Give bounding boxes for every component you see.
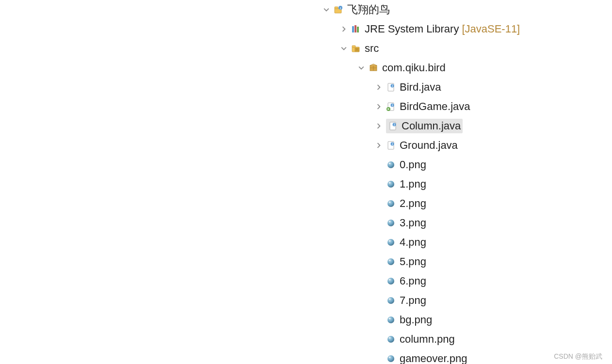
jre-version: [JavaSE-11]	[462, 23, 520, 35]
png-files-group: 0.png 1.png 2.png 3.png	[0, 155, 612, 364]
file-label: 5.png	[400, 255, 426, 268]
library-icon	[351, 24, 361, 34]
image-file-icon	[386, 354, 396, 364]
java-file-icon: J	[388, 121, 398, 131]
svg-rect-5	[354, 25, 356, 32]
chevron-right-icon[interactable]	[374, 141, 383, 150]
tree-item-image-file[interactable]: 6.png	[0, 271, 612, 291]
package-label: com.qiku.bird	[382, 62, 446, 74]
image-file-icon	[386, 334, 396, 344]
tree-item-image-file[interactable]: 5.png	[0, 252, 612, 271]
tree-item-image-file[interactable]: 2.png	[0, 194, 612, 213]
java-project-icon: J	[334, 5, 343, 15]
chevron-right-icon[interactable]	[374, 122, 383, 130]
svg-point-40	[387, 278, 394, 285]
tree-item-java-file[interactable]: J BirdGame.java	[0, 97, 612, 116]
svg-point-46	[387, 336, 394, 343]
chevron-right-icon[interactable]	[374, 102, 383, 111]
java-file-icon: J	[386, 141, 396, 150]
svg-point-47	[389, 337, 391, 339]
svg-rect-4	[352, 26, 354, 32]
tree-item-image-file[interactable]: 1.png	[0, 174, 612, 194]
tree-item-image-file[interactable]: column.png	[0, 330, 612, 349]
source-folder-icon	[351, 44, 361, 53]
svg-point-33	[389, 202, 391, 203]
tree-item-image-file[interactable]: bg.png	[0, 310, 612, 330]
svg-point-49	[389, 357, 391, 358]
java-files-group: J Bird.java J BirdGame.java J Column.jav…	[0, 78, 612, 155]
svg-point-39	[389, 260, 391, 261]
svg-point-28	[387, 161, 394, 168]
watermark: CSDN @熊贻武	[554, 352, 602, 361]
file-label: gameover.png	[400, 352, 467, 364]
svg-point-43	[389, 299, 391, 300]
svg-point-32	[387, 200, 394, 207]
tree-item-java-file[interactable]: J Ground.java	[0, 136, 612, 155]
svg-point-45	[389, 318, 391, 319]
chevron-down-icon[interactable]	[339, 44, 348, 53]
image-file-icon	[386, 179, 396, 189]
file-label: 3.png	[400, 217, 426, 229]
file-label: 6.png	[400, 275, 426, 287]
package-icon	[369, 63, 378, 73]
svg-point-29	[389, 163, 391, 164]
svg-point-34	[387, 220, 394, 226]
file-label: bg.png	[400, 314, 432, 326]
project-explorer-tree: J 飞翔的鸟 JRE System Library [JavaSE-11]	[0, 0, 612, 364]
image-file-icon	[386, 160, 396, 170]
file-label: Ground.java	[400, 139, 458, 152]
file-label: 2.png	[400, 197, 426, 210]
java-file-icon: J	[386, 82, 396, 92]
tree-item-jre[interactable]: JRE System Library [JavaSE-11]	[0, 19, 612, 39]
file-label: column.png	[400, 333, 455, 346]
svg-point-41	[389, 279, 391, 281]
image-file-icon	[386, 237, 396, 247]
svg-point-48	[387, 355, 394, 362]
svg-rect-6	[357, 27, 359, 32]
chevron-right-icon[interactable]	[374, 83, 383, 92]
jre-label: JRE System Library	[365, 23, 459, 35]
image-file-icon	[386, 257, 396, 267]
image-file-icon	[386, 199, 396, 208]
svg-point-38	[387, 258, 394, 265]
chevron-right-icon[interactable]	[339, 25, 348, 33]
chevron-down-icon[interactable]	[322, 5, 331, 14]
image-file-icon	[386, 315, 396, 325]
svg-point-30	[387, 181, 394, 188]
svg-point-37	[389, 240, 391, 242]
java-file-icon: J	[386, 102, 396, 111]
tree-item-image-file[interactable]: gameover.png	[0, 349, 612, 364]
svg-point-35	[389, 221, 391, 222]
svg-rect-8	[352, 46, 355, 47]
tree-item-package[interactable]: com.qiku.bird	[0, 58, 612, 78]
svg-rect-1	[335, 7, 338, 9]
tree-item-image-file[interactable]: 3.png	[0, 213, 612, 233]
svg-point-36	[387, 239, 394, 246]
tree-item-java-file[interactable]: J Column.java	[0, 116, 612, 136]
tree-item-image-file[interactable]: 4.png	[0, 233, 612, 252]
file-label: 4.png	[400, 236, 426, 249]
project-label: 飞翔的鸟	[347, 2, 390, 17]
tree-item-image-file[interactable]: 7.png	[0, 291, 612, 310]
file-label: 7.png	[400, 294, 426, 307]
image-file-icon	[386, 276, 396, 286]
tree-item-project[interactable]: J 飞翔的鸟	[0, 0, 612, 19]
svg-point-31	[389, 182, 391, 184]
file-label: Bird.java	[400, 81, 441, 94]
tree-item-image-file[interactable]: 0.png	[0, 155, 612, 174]
image-file-icon	[386, 296, 396, 305]
file-label: BirdGame.java	[400, 100, 470, 113]
file-label: Column.java	[402, 120, 461, 132]
svg-rect-9	[355, 48, 359, 51]
svg-point-42	[387, 297, 394, 304]
svg-point-44	[387, 317, 394, 323]
file-label: 0.png	[400, 158, 426, 171]
tree-item-src[interactable]: src	[0, 39, 612, 58]
svg-text:J: J	[340, 7, 341, 10]
chevron-down-icon[interactable]	[357, 63, 366, 72]
tree-item-java-file[interactable]: J Bird.java	[0, 78, 612, 97]
src-label: src	[365, 42, 379, 55]
image-file-icon	[386, 218, 396, 228]
file-label: 1.png	[400, 178, 426, 190]
